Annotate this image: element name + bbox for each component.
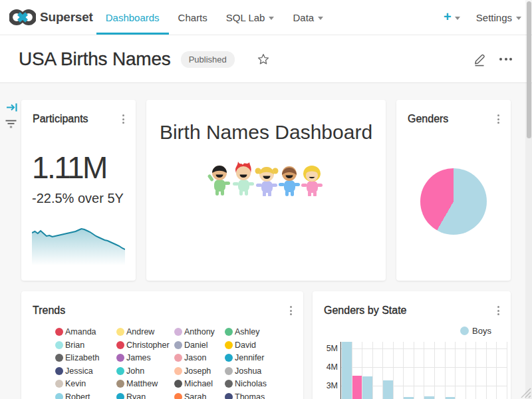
legend-dot [174, 328, 182, 336]
chart-title: Participants [33, 113, 88, 125]
legend-dot [116, 380, 124, 388]
legend-item[interactable]: Thomas [225, 392, 265, 399]
legend-label: Amanda [65, 327, 96, 336]
chevron-down-icon [455, 17, 460, 20]
legend-label: Jason [184, 353, 206, 362]
legend-item[interactable]: Jessica [55, 366, 93, 376]
nav-item-charts[interactable]: Charts [169, 0, 217, 35]
genders-pie-chart [420, 168, 487, 235]
legend-label: Robert [65, 392, 90, 399]
legend-label: Brian [65, 340, 84, 350]
scrollbar[interactable] [525, 0, 532, 399]
scrollbar-thumb[interactable] [527, 1, 531, 138]
big-number-value: 1.11M [32, 150, 106, 186]
header-actions [473, 52, 514, 66]
legend-item[interactable]: John [116, 366, 144, 376]
more-actions-icon[interactable] [497, 56, 514, 63]
new-menu-button[interactable]: + [444, 11, 460, 23]
navbar-right: + Settings [444, 0, 521, 35]
markdown-heading: Birth Names Dashboard [146, 121, 386, 144]
legend-item[interactable]: James [116, 353, 151, 362]
legend-item[interactable]: Christopher [116, 340, 170, 350]
legend-label: Daniel [184, 340, 207, 350]
legend-item[interactable]: Nicholas [225, 379, 267, 388]
legend-dot [174, 354, 182, 362]
legend-label: Joseph [184, 366, 211, 376]
bar-chart: 5M4M3M [313, 291, 511, 399]
edit-pencil-icon[interactable] [473, 52, 487, 66]
superset-logo[interactable]: Superset [9, 0, 93, 35]
legend-label: Elizabeth [65, 353, 99, 362]
legend-item[interactable]: Andrew [116, 327, 154, 336]
legend-item[interactable]: Amanda [55, 327, 96, 336]
legend-label: Michael [184, 379, 213, 388]
legend-label: Jessica [65, 366, 93, 376]
chart-card-genders-by-state: Genders by State Boys 5M4M3M [313, 291, 511, 399]
legend-dot [225, 328, 233, 336]
legend-item[interactable]: Anthony [174, 327, 215, 336]
markdown-card: Birth Names Dashboard [146, 100, 386, 281]
trend-sparkline-chart [32, 225, 125, 270]
legend-item[interactable]: Ashley [225, 327, 260, 336]
filter-icon[interactable] [5, 120, 17, 128]
brand-name: Superset [40, 10, 93, 25]
legend-item[interactable]: Kevin [55, 379, 86, 388]
legend-dot [225, 354, 233, 362]
legend-dot [55, 380, 63, 388]
chart-card-genders: Genders [396, 100, 511, 281]
legend-label: Thomas [235, 392, 265, 399]
legend-label: John [126, 366, 144, 376]
nav-item-data[interactable]: Data [283, 0, 332, 35]
big-number-subheader: -22.5% over 5Y [32, 191, 124, 206]
five-children-icon [207, 162, 325, 196]
nav-menu: Dashboards Charts SQL Lab Data [96, 0, 332, 35]
settings-menu[interactable]: Settings [476, 12, 521, 23]
dashboard-grid: Participants 1.11M -22.5% over 5Y Birth … [0, 83, 532, 399]
legend-item[interactable]: Joseph [174, 366, 211, 376]
kebab-menu-icon[interactable] [495, 112, 501, 126]
legend-dot [225, 341, 233, 349]
legend-item[interactable]: Joshua [225, 366, 261, 376]
legend-label: Andrew [126, 327, 154, 336]
legend-dot [174, 393, 182, 399]
legend-dot [55, 354, 63, 362]
legend-label: Christopher [126, 340, 170, 350]
legend-item[interactable]: Robert [55, 392, 90, 399]
legend-item[interactable]: Daniel [174, 340, 207, 350]
nav-item-sql-lab[interactable]: SQL Lab [217, 0, 284, 35]
legend-dot [225, 393, 233, 399]
bar-boys [342, 342, 352, 399]
published-badge[interactable]: Published [181, 51, 235, 68]
expand-filter-bar-icon[interactable] [6, 102, 18, 112]
bar-boys [424, 396, 434, 399]
nav-item-dashboards[interactable]: Dashboards [96, 0, 169, 35]
legend-dot [116, 393, 124, 399]
legend-dot [225, 380, 233, 388]
legend-item[interactable]: Ryan [116, 392, 146, 399]
legend-item[interactable]: Matthew [116, 379, 158, 388]
legend-item[interactable]: Jason [174, 353, 206, 362]
navbar: Superset Dashboards Charts SQL Lab Data … [0, 0, 532, 35]
legend-dot [55, 341, 63, 349]
bar-boys [383, 380, 393, 399]
chart-card-trends: Trends AmandaAndrewAnthonyAshleyBrianChr… [21, 291, 303, 399]
legend-item[interactable]: David [225, 340, 256, 350]
legend-dot [174, 380, 182, 388]
legend-dot [116, 328, 124, 336]
legend-item[interactable]: Sarah [174, 392, 206, 399]
legend-item[interactable]: Jennifer [225, 353, 264, 362]
kebab-menu-icon[interactable] [120, 112, 126, 126]
kebab-menu-icon[interactable] [288, 304, 294, 317]
legend-label: Nicholas [235, 379, 267, 388]
legend-label: Jennifer [235, 353, 264, 362]
bar-girls [352, 376, 362, 399]
legend-dot [116, 367, 124, 375]
y-axis-tick: 3M [321, 381, 338, 390]
legend-item[interactable]: Elizabeth [55, 353, 99, 362]
legend-dot [225, 367, 233, 375]
legend-item[interactable]: Michael [174, 379, 213, 388]
favorite-star-icon[interactable] [257, 53, 270, 66]
legend-item[interactable]: Brian [55, 340, 84, 350]
legend-dot [116, 354, 124, 362]
dashboard-header: USA Births Names Published [0, 36, 532, 83]
